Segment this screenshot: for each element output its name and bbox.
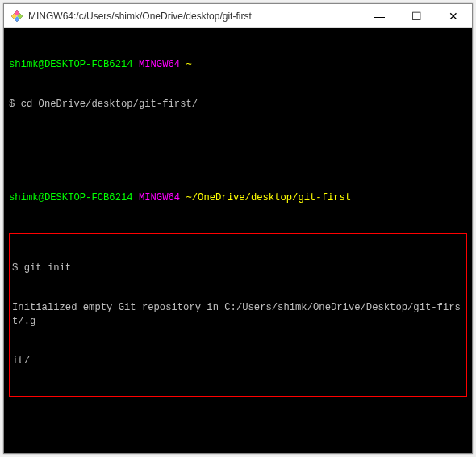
env-label: MINGW64 (139, 59, 180, 70)
cmd-git-init: git init (24, 262, 72, 274)
terminal-body[interactable]: shimk@DESKTOP-FCB6214 MINGW64 ~ $ cd One… (4, 28, 472, 453)
window-controls: — ☐ ✕ (361, 4, 472, 27)
mingw-icon (10, 10, 23, 23)
output-line: Initialized empty Git repository in C:/U… (12, 301, 464, 328)
env-label: MINGW64 (139, 192, 180, 203)
prompt-line: shimk@DESKTOP-FCB6214 MINGW64 ~/OneDrive… (9, 191, 467, 204)
user-host: shimk@DESKTOP-FCB6214 (9, 192, 133, 203)
path-home: ~ (186, 59, 191, 70)
prompt-symbol: $ (9, 99, 15, 110)
maximize-button[interactable]: ☐ (398, 4, 435, 27)
terminal-window: MINGW64:/c/Users/shimk/OneDrive/desktop/… (3, 3, 473, 454)
prompt-symbol: $ (12, 262, 18, 274)
cmd-cd: cd OneDrive/desktop/git-first/ (21, 99, 198, 110)
minimize-button[interactable]: — (361, 4, 398, 27)
close-button[interactable]: ✕ (435, 4, 472, 27)
title-bar[interactable]: MINGW64:/c/Users/shimk/OneDrive/desktop/… (4, 4, 472, 28)
command-line: $ git init (12, 262, 464, 275)
prompt-line: shimk@DESKTOP-FCB6214 MINGW64 ~ (9, 58, 467, 71)
command-line: $ cd OneDrive/desktop/git-first/ (9, 98, 467, 111)
window-title: MINGW64:/c/Users/shimk/OneDrive/desktop/… (28, 10, 361, 22)
spacer (9, 426, 467, 429)
blank-line (9, 138, 467, 151)
path: ~/OneDrive/desktop/git-first (186, 192, 351, 203)
user-host: shimk@DESKTOP-FCB6214 (9, 59, 133, 70)
highlight-box-git-init: $ git init Initialized empty Git reposit… (9, 233, 467, 397)
output-line: it/ (12, 354, 464, 367)
